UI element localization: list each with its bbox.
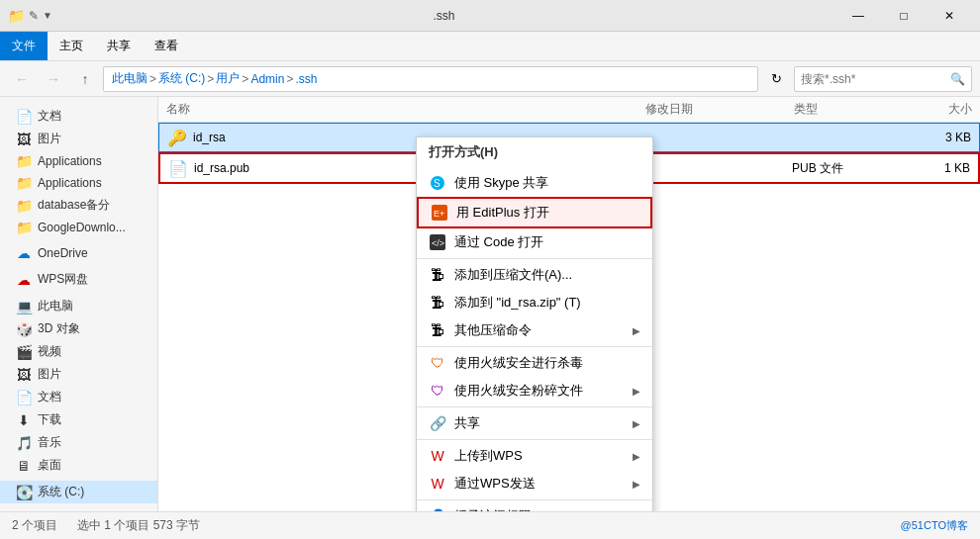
applications2-icon: 📁: [16, 175, 32, 191]
photos-icon: 🖼: [16, 367, 32, 383]
ctx-label-add-zip: 添加到 "id_rsa.zip" (T): [454, 294, 640, 312]
sidebar-item-google[interactable]: 📁 GoogleDownlo...: [0, 217, 157, 238]
ctx-label-wps-send: 通过WPS发送: [454, 475, 625, 493]
ctx-label-code: 通过 Code 打开: [454, 233, 640, 251]
window-title: .ssh: [52, 9, 835, 23]
ctx-item-share[interactable]: 🔗 共享 ▶: [417, 409, 652, 437]
address-part-admin[interactable]: Admin: [250, 72, 284, 86]
ctx-item-wps-upload[interactable]: W 上传到WPS ▶: [417, 442, 652, 470]
sidebar-item-music[interactable]: 🎵 音乐: [0, 431, 157, 454]
context-menu: 打开方式(H) S 使用 Skype 共享 E+ 用 EditPlus 打开: [416, 136, 653, 511]
status-count: 2 个项目: [12, 517, 57, 534]
ctx-section-share: 🔗 共享 ▶: [417, 407, 652, 440]
menu-view[interactable]: 查看: [143, 32, 190, 60]
sidebar-item-applications1[interactable]: 📁 Applications: [0, 150, 157, 172]
ctx-item-antivirus[interactable]: 🛡 使用火绒安全进行杀毒: [417, 349, 652, 377]
sidebar-item-onedrive[interactable]: ☁ OneDrive: [0, 242, 157, 264]
sidebar-item-downloads[interactable]: ⬇ 下载: [0, 408, 157, 431]
pin-icon: ✎: [29, 9, 39, 23]
sidebar-item-photos[interactable]: 🖼 图片: [0, 363, 157, 386]
svg-text:S: S: [434, 178, 441, 189]
id-rsa-pub-size: 1 KB: [891, 161, 970, 175]
address-part-c[interactable]: 系统 (C:): [158, 70, 205, 87]
header-date: 修改日期: [645, 101, 794, 118]
editplus-icon: E+: [431, 204, 448, 222]
file-list-header: 名称 修改日期 类型 大小: [158, 97, 980, 123]
sidebar-section-pc: 💻 此电脑 🎲 3D 对象 🎬 视频 🖼 图片 📄 文档 ⬇ 下载: [0, 295, 157, 477]
ctx-item-grant-access[interactable]: 👤 授予访问权限(G) ▶: [417, 502, 652, 511]
nav-forward-button[interactable]: →: [40, 65, 67, 93]
address-bar[interactable]: 此电脑 > 系统 (C:) > 用户 > Admin > .ssh: [103, 66, 758, 92]
music-icon: 🎵: [16, 435, 32, 451]
ctx-section-open-with: S 使用 Skype 共享 E+ 用 EditPlus 打开 </> 通过 Co…: [417, 167, 652, 259]
sidebar-item-pictures[interactable]: 🖼 图片: [0, 128, 157, 150]
ctx-item-more-compress[interactable]: 🗜 其他压缩命令 ▶: [417, 316, 652, 344]
address-part-ssh[interactable]: .ssh: [295, 72, 317, 86]
refresh-button[interactable]: ↻: [762, 65, 790, 93]
id-rsa-icon: 🔑: [167, 128, 187, 147]
minimize-button[interactable]: —: [835, 0, 881, 32]
shred-arrow-icon: ▶: [633, 386, 640, 397]
ctx-label-grant-access: 授予访问权限(G): [454, 507, 625, 511]
wps-send-arrow-icon: ▶: [633, 479, 640, 490]
ctx-label-add-archive: 添加到压缩文件(A)...: [454, 266, 640, 284]
sidebar-item-docs[interactable]: 📄 文档: [0, 386, 157, 408]
downloads-icon: ⬇: [16, 412, 32, 428]
ctx-item-add-archive[interactable]: 🗜 添加到压缩文件(A)...: [417, 261, 652, 289]
ctx-label-editplus: 用 EditPlus 打开: [456, 204, 638, 222]
id-rsa-size: 3 KB: [892, 131, 971, 144]
ctx-item-code[interactable]: </> 通过 Code 打开: [417, 228, 652, 256]
sidebar-item-wps[interactable]: ☁ WPS网盘: [0, 268, 157, 291]
wps-upload-icon: W: [429, 447, 446, 465]
ctx-item-add-zip[interactable]: 🗜 添加到 "id_rsa.zip" (T): [417, 289, 652, 316]
sidebar-item-3dobjects[interactable]: 🎲 3D 对象: [0, 317, 157, 340]
ctx-section-access: 👤 授予访问权限(G) ▶: [417, 500, 652, 511]
menu-bar: 文件 主页 共享 查看: [0, 32, 980, 61]
window-controls: — □ ✕: [835, 0, 972, 32]
header-size: 大小: [893, 101, 972, 118]
menu-share[interactable]: 共享: [95, 32, 143, 60]
wps-upload-arrow-icon: ▶: [633, 451, 640, 462]
svg-text:E+: E+: [434, 209, 444, 219]
status-bar: 2 个项目 选中 1 个项目 573 字节 @51CTO博客: [0, 511, 980, 539]
compress-arrow-icon: ▶: [633, 325, 640, 336]
ctx-label-antivirus: 使用火绒安全进行杀毒: [454, 354, 640, 372]
sidebar: 📄 文档 🖼 图片 📁 Applications 📁 Applications …: [0, 97, 158, 511]
search-input[interactable]: [801, 72, 950, 86]
menu-file[interactable]: 文件: [0, 32, 48, 60]
ctx-item-skype[interactable]: S 使用 Skype 共享: [417, 169, 652, 197]
title-bar-icons: 📁 ✎ ▼: [8, 8, 52, 24]
share-icon: 🔗: [429, 414, 446, 432]
sidebar-item-database[interactable]: 📁 database备分: [0, 194, 157, 217]
sidebar-item-cdrive[interactable]: 💽 系统 (C:): [0, 481, 157, 503]
main-content: 📄 文档 🖼 图片 📁 Applications 📁 Applications …: [0, 97, 980, 511]
grant-access-icon: 👤: [429, 507, 446, 511]
wps-cloud-icon: ☁: [16, 272, 32, 288]
sidebar-item-videos[interactable]: 🎬 视频: [0, 340, 157, 363]
search-bar[interactable]: 🔍: [794, 66, 972, 92]
address-part-users[interactable]: 用户: [216, 70, 240, 87]
sidebar-item-document[interactable]: 📄 文档: [0, 105, 157, 128]
onedrive-icon: ☁: [16, 245, 32, 261]
archive-icon: 🗜: [429, 266, 446, 284]
sidebar-item-applications2[interactable]: 📁 Applications: [0, 172, 157, 194]
close-button[interactable]: ✕: [927, 0, 972, 32]
ctx-item-shred[interactable]: 🛡 使用火绒安全粉碎文件 ▶: [417, 377, 652, 404]
skype-icon: S: [429, 174, 446, 192]
address-part-pc[interactable]: 此电脑: [112, 70, 147, 87]
menu-home[interactable]: 主页: [48, 32, 95, 60]
nav-back-button[interactable]: ←: [8, 65, 36, 93]
ctx-item-editplus[interactable]: E+ 用 EditPlus 打开: [417, 197, 652, 228]
maximize-button[interactable]: □: [881, 0, 927, 32]
sidebar-item-thispc[interactable]: 💻 此电脑: [0, 295, 157, 317]
svg-text:</>: </>: [432, 238, 444, 248]
nav-up-button[interactable]: ↑: [71, 65, 99, 93]
title-bar: 📁 ✎ ▼ .ssh — □ ✕: [0, 0, 980, 32]
thispc-icon: 💻: [16, 299, 32, 314]
header-name: 名称: [166, 101, 645, 118]
ctx-section-wps: W 上传到WPS ▶ W 通过WPS发送 ▶: [417, 440, 652, 500]
ctx-item-wps-send[interactable]: W 通过WPS发送 ▶: [417, 470, 652, 497]
folder-icon: 📁: [8, 8, 25, 24]
sidebar-item-desktop[interactable]: 🖥 桌面: [0, 454, 157, 477]
applications1-icon: 📁: [16, 153, 32, 169]
